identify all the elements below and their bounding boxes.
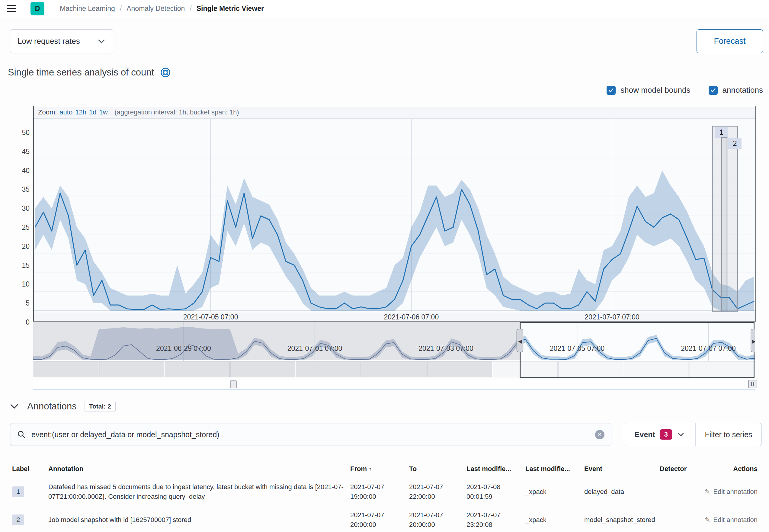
chevron-down-icon (677, 431, 685, 438)
col-last-modified-by[interactable]: Last modifie... (525, 465, 584, 473)
edit-annotation-button[interactable]: ✎Edit annotation (705, 487, 758, 497)
annotation-text: Datafeed has missed 5 documents due to i… (48, 478, 350, 506)
last-modified-cell: 2021-07-07 23:20:08 (466, 506, 525, 532)
col-to[interactable]: To (409, 465, 466, 473)
from-cell: 2021-07-07 19:00:00 (350, 478, 409, 506)
table-header-row: Label Annotation From↑ To Last modifie..… (12, 465, 762, 478)
zoom-auto-link[interactable]: auto (59, 108, 72, 116)
check-icon (710, 87, 716, 94)
top-navigation-bar: D Machine Learning / Anomaly Detection /… (0, 0, 769, 17)
resize-grip-icon[interactable] (748, 380, 757, 388)
filter-to-series-button[interactable]: Filter to series (696, 423, 761, 446)
table-row: 2 Job model snapshot with id [1625700007… (12, 506, 762, 532)
menu-icon[interactable] (0, 0, 23, 17)
y-axis-tick-label: 50 (12, 129, 30, 137)
brush-handle[interactable] (230, 380, 237, 388)
show-model-bounds-checkbox[interactable] (607, 86, 616, 95)
zoom-label: Zoom: (38, 108, 57, 116)
breadcrumb-machine-learning[interactable]: Machine Learning (60, 5, 115, 13)
job-selector-value: Low request rates (18, 37, 80, 46)
y-axis-tick-label: 15 (12, 261, 30, 270)
annotations-checkbox[interactable] (709, 86, 718, 95)
svg-text:2021-07-01 07:00: 2021-07-01 07:00 (287, 345, 342, 352)
page-title: Single time series analysis of count (8, 67, 171, 78)
total-count-badge: Total: 2 (85, 401, 116, 412)
col-last-modified[interactable]: Last modifie... (466, 465, 525, 473)
to-cell: 2021-07-07 22:00:00 (409, 478, 466, 506)
sort-asc-icon: ↑ (369, 466, 372, 472)
y-axis-tick-label: 10 (12, 280, 30, 288)
clear-search-icon[interactable]: ✕ (595, 430, 604, 439)
col-detector[interactable]: Detector (660, 465, 704, 473)
context-chart[interactable]: 2021-06-29 07:002021-07-01 07:002021-07-… (33, 322, 755, 379)
breadcrumb-current-page: Single Metric Viewer (197, 5, 264, 13)
x-axis-tick-label: 2021-07-05 07:00 (178, 313, 244, 321)
y-axis-tick-label: 5 (12, 299, 30, 307)
col-actions: Actions (704, 465, 762, 473)
svg-text:1: 1 (719, 128, 723, 136)
space-avatar[interactable]: D (30, 2, 44, 15)
detector-cell (660, 488, 704, 496)
search-input[interactable] (31, 430, 590, 439)
focus-chart-plot[interactable]: 12 (34, 119, 755, 312)
view-options: show model bounds annotations (607, 85, 763, 95)
single-metric-viewer-page: D Machine Learning / Anomaly Detection /… (0, 0, 769, 532)
y-axis-labels: 05101520253035404550 (12, 118, 30, 314)
pencil-icon: ✎ (705, 515, 710, 525)
from-cell: 2021-07-07 20:00:00 (350, 506, 409, 532)
y-axis-tick-label: 40 (12, 167, 30, 175)
breadcrumb-separator: / (190, 5, 191, 13)
x-axis-labels: 2021-07-05 07:002021-07-06 07:002021-07-… (34, 312, 755, 321)
divider (52, 0, 52, 17)
annotations-header: Annotations Total: 2 (9, 401, 116, 412)
svg-text:2021-07-03 07:00: 2021-07-03 07:00 (418, 345, 473, 352)
event-cell: delayed_data (584, 483, 660, 501)
zoom-1w-link[interactable]: 1w (99, 108, 107, 116)
detector-cell (660, 516, 704, 524)
edit-annotation-button[interactable]: ✎Edit annotation (705, 515, 758, 525)
x-axis-tick-label: 2021-07-06 07:00 (378, 313, 444, 321)
zoom-12h-link[interactable]: 12h (75, 108, 86, 116)
svg-text:2021-06-29 07:00: 2021-06-29 07:00 (156, 345, 211, 352)
pencil-icon: ✎ (705, 487, 710, 497)
annotations-option: annotations (709, 85, 763, 95)
annotations-title: Annotations (27, 401, 77, 412)
zoom-1d-link[interactable]: 1d (89, 108, 96, 116)
svg-text:2021-07-05 07:00: 2021-07-05 07:00 (550, 345, 605, 352)
breadcrumb: Machine Learning / Anomaly Detection / S… (60, 5, 264, 13)
breadcrumb-anomaly-detection[interactable]: Anomaly Detection (127, 5, 185, 13)
forecast-button[interactable]: Forecast (697, 29, 763, 53)
annotations-table: Label Annotation From↑ To Last modifie..… (12, 465, 762, 532)
divider (23, 0, 23, 17)
time-series-chart: Zoom: auto 12h 1d 1w (aggregation interv… (33, 106, 756, 322)
y-axis-tick-label: 45 (12, 148, 30, 156)
event-filter-label: Event (635, 430, 655, 439)
col-annotation[interactable]: Annotation (48, 465, 350, 473)
annotation-label-badge: 1 (12, 486, 24, 497)
annotations-label: annotations (723, 85, 763, 95)
collapse-chevron-icon[interactable] (9, 401, 19, 412)
search-icon (17, 430, 26, 439)
col-event[interactable]: Event (584, 465, 660, 473)
svg-text:2: 2 (733, 139, 737, 147)
help-ring-icon[interactable] (160, 67, 171, 78)
y-axis-tick-label: 30 (12, 204, 30, 213)
last-modified-by-cell: _xpack (525, 483, 584, 501)
show-model-bounds-label: show model bounds (620, 85, 690, 95)
event-filter-dropdown[interactable]: Event 3 (624, 423, 695, 446)
x-axis-tick-label: 2021-07-07 07:00 (579, 313, 645, 321)
y-axis-tick-label: 0 (12, 318, 30, 326)
event-cell: model_snapshot_stored (584, 511, 660, 529)
annotation-text: Job model snapshot with id [1625700007] … (48, 511, 350, 529)
col-label[interactable]: Label (12, 465, 48, 473)
last-modified-cell: 2021-07-08 00:01:59 (466, 478, 525, 506)
svg-text:◀: ◀ (518, 339, 522, 344)
chart-scroll-strip (33, 380, 755, 389)
y-axis-tick-label: 35 (12, 185, 30, 194)
annotation-label-badge: 2 (12, 514, 24, 525)
chevron-down-icon (97, 37, 106, 46)
job-selector-dropdown[interactable]: Low request rates (10, 29, 113, 53)
col-from[interactable]: From↑ (350, 465, 409, 473)
event-filter-count-badge: 3 (660, 429, 672, 440)
aggregation-note: (aggregation interval: 1h, bucket span: … (115, 108, 239, 116)
